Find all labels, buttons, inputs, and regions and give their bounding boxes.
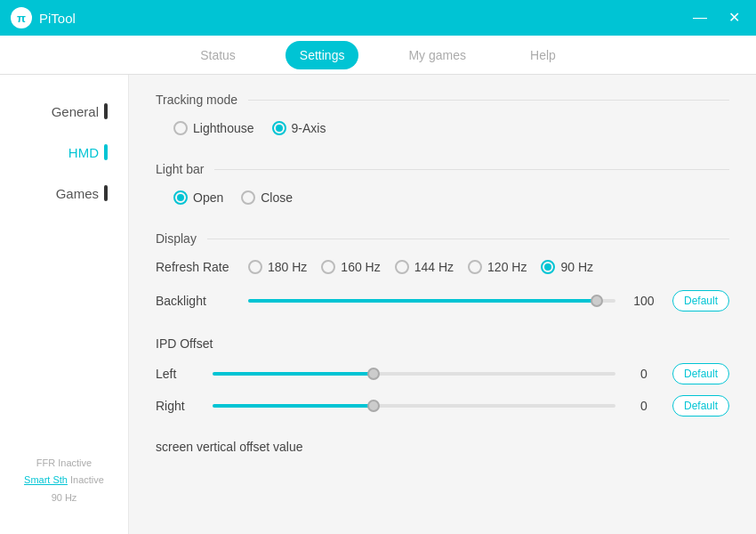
ipd-right-slider[interactable] [213, 404, 615, 408]
ipd-offset-section: IPD Offset Left 0 Default Right 0 D [156, 336, 729, 422]
backlight-thumb[interactable] [591, 295, 603, 307]
radio-label-lighthouse: Lighthouse [193, 121, 254, 135]
ipd-left-row: Left 0 Default [156, 358, 729, 390]
tab-settings[interactable]: Settings [286, 41, 359, 69]
titlebar-controls: — ✕ [688, 9, 745, 27]
main-layout: General HMD Games FFR Inactive Smart Sth… [0, 75, 756, 534]
backlight-value: 100 [628, 294, 660, 308]
radio-label-open: Open [193, 190, 223, 205]
radio-circle-180hz [248, 260, 262, 274]
ipd-right-label: Right [156, 399, 200, 413]
ipd-offset-label: IPD Offset [156, 336, 729, 351]
ipd-left-fill [213, 372, 374, 376]
sidebar: General HMD Games FFR Inactive Smart Sth… [0, 75, 129, 534]
sidebar-indicator-hmd [104, 144, 108, 160]
ipd-left-thumb[interactable] [367, 368, 380, 380]
radio-label-144hz: 144 Hz [414, 260, 454, 274]
radio-circle-open [173, 190, 188, 205]
radio-lighthouse[interactable]: Lighthouse [173, 121, 254, 135]
backlight-label: Backlight [156, 294, 236, 308]
radio-label-120hz: 120 Hz [487, 260, 527, 274]
radio-circle-144hz [395, 260, 409, 274]
refresh-rate-options: 180 Hz 160 Hz 144 Hz 120 Hz [248, 260, 593, 274]
radio-circle-90hz [541, 260, 555, 274]
sidebar-item-general[interactable]: General [0, 93, 128, 130]
light-bar-section: Light bar Open Close [156, 162, 729, 214]
radio-close[interactable]: Close [241, 190, 293, 205]
backlight-slider[interactable] [248, 299, 615, 303]
radio-label-9axis: 9-Axis [292, 121, 326, 135]
radio-label-180hz: 180 Hz [268, 260, 307, 274]
content-area: Tracking mode Lighthouse 9-Axis Light ba… [129, 75, 756, 534]
refresh-rate-label: Refresh Rate [156, 260, 236, 274]
ipd-left-slider[interactable] [213, 372, 615, 376]
ipd-right-value: 0 [628, 399, 660, 413]
sidebar-indicator-games [104, 185, 108, 201]
backlight-row: Backlight 100 Default [156, 283, 729, 319]
ipd-right-thumb[interactable] [367, 400, 380, 412]
tracking-mode-section: Tracking mode Lighthouse 9-Axis [156, 93, 729, 144]
sidebar-label-general: General [52, 104, 99, 119]
sidebar-label-games: Games [56, 186, 99, 201]
radio-180hz[interactable]: 180 Hz [248, 260, 307, 274]
light-bar-options: Open Close [156, 182, 729, 214]
screen-offset-section: screen vertical offset value [156, 440, 729, 454]
minimize-button[interactable]: — [688, 9, 712, 27]
sidebar-footer: FFR Inactive Smart Sth Inactive 90 Hz [0, 446, 128, 516]
radio-label-160hz: 160 Hz [341, 260, 380, 274]
tab-mygames[interactable]: My games [394, 41, 480, 69]
radio-label-close: Close [261, 190, 293, 205]
radio-open[interactable]: Open [173, 190, 223, 205]
radio-circle-lighthouse [173, 121, 188, 135]
radio-120hz[interactable]: 120 Hz [468, 260, 527, 274]
ipd-left-default-button[interactable]: Default [672, 363, 729, 384]
radio-circle-close [241, 190, 255, 205]
ipd-right-fill [213, 404, 374, 408]
radio-circle-120hz [468, 260, 482, 274]
radio-9axis[interactable]: 9-Axis [272, 121, 326, 135]
radio-90hz[interactable]: 90 Hz [541, 260, 593, 274]
titlebar-left: π PiTool [11, 7, 76, 28]
ipd-left-value: 0 [628, 367, 660, 381]
smart-sth-status[interactable]: Smart Sth Inactive [14, 472, 114, 490]
radio-label-90hz: 90 Hz [560, 260, 593, 274]
radio-144hz[interactable]: 144 Hz [395, 260, 454, 274]
tab-help[interactable]: Help [516, 41, 570, 69]
ipd-left-label: Left [156, 367, 200, 381]
sidebar-label-hmd: HMD [68, 145, 99, 160]
sidebar-item-games[interactable]: Games [0, 174, 128, 212]
backlight-fill [248, 299, 597, 303]
refresh-rate-row: Refresh Rate 180 Hz 160 Hz 144 Hz [156, 251, 729, 283]
display-section: Display Refresh Rate 180 Hz 160 Hz 144 [156, 231, 729, 319]
tracking-mode-title: Tracking mode [156, 93, 729, 107]
backlight-default-button[interactable]: Default [672, 290, 729, 312]
ipd-right-row: Right 0 Default [156, 390, 729, 422]
radio-circle-9axis [272, 121, 286, 135]
titlebar: π PiTool — ✕ [0, 0, 756, 36]
ipd-right-default-button[interactable]: Default [672, 395, 729, 417]
app-icon: π [11, 7, 32, 28]
radio-circle-160hz [321, 260, 335, 274]
close-button[interactable]: ✕ [723, 9, 745, 27]
tab-status[interactable]: Status [186, 41, 250, 69]
display-title: Display [156, 231, 729, 246]
sidebar-indicator-general [104, 103, 108, 119]
light-bar-title: Light bar [156, 162, 729, 176]
navbar: Status Settings My games Help [0, 36, 756, 75]
ffr-status: FFR Inactive [14, 455, 114, 473]
radio-160hz[interactable]: 160 Hz [321, 260, 380, 274]
sidebar-item-hmd[interactable]: HMD [0, 134, 128, 171]
hz-display: 90 Hz [14, 490, 114, 507]
screen-offset-label: screen vertical offset value [156, 440, 729, 454]
app-title: PiTool [39, 11, 76, 26]
tracking-mode-options: Lighthouse 9-Axis [156, 112, 729, 144]
